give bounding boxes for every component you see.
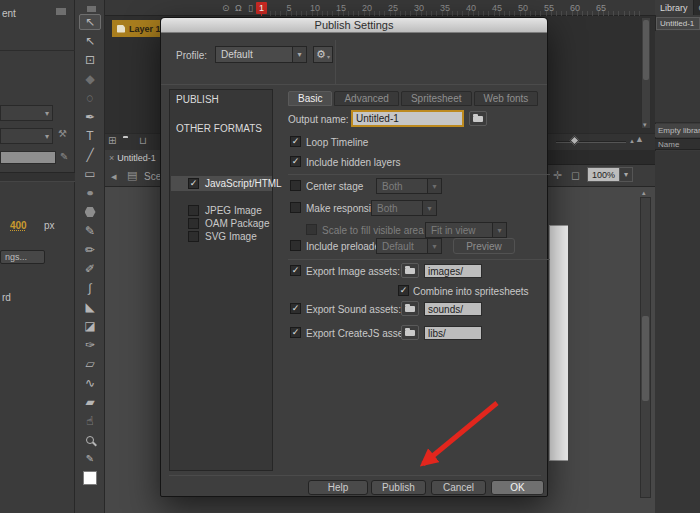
document-tab[interactable]: × Untitled-1 bbox=[105, 150, 163, 165]
pen-tool[interactable]: ✒ bbox=[79, 109, 101, 125]
frame-number[interactable]: 25 bbox=[380, 3, 406, 13]
oval-tool[interactable]: ● bbox=[79, 185, 101, 201]
output-name-input[interactable]: Untitled-1 bbox=[351, 110, 464, 127]
frame-number[interactable]: 15 bbox=[328, 3, 354, 13]
checkbox-checked[interactable]: ✓ bbox=[188, 178, 199, 189]
publish-button[interactable]: Publish bbox=[371, 480, 426, 495]
frame-number[interactable]: 40 bbox=[458, 3, 484, 13]
include-preloader-checkbox[interactable] bbox=[290, 240, 301, 251]
lock-layers-icon[interactable]: Ω bbox=[235, 4, 242, 13]
frame-number[interactable]: 50 bbox=[510, 3, 536, 13]
back-arrow-icon[interactable]: ◂ bbox=[111, 171, 117, 182]
combine-spritesheets-checkbox[interactable]: ✓ bbox=[398, 285, 409, 296]
zoom-level-dropdown[interactable]: 100% ▾ bbox=[587, 167, 633, 182]
delete-layer-icon[interactable]: ⊔ bbox=[139, 136, 147, 146]
export-image-checkbox[interactable]: ✓ bbox=[290, 265, 301, 276]
close-icon[interactable]: × bbox=[109, 153, 114, 163]
scrollbar-thumb[interactable] bbox=[643, 20, 649, 80]
frame-number[interactable]: 55 bbox=[536, 3, 562, 13]
createjs-folder-button[interactable] bbox=[401, 325, 419, 340]
frame-number[interactable]: 5 bbox=[276, 3, 302, 13]
scroll-up-icon[interactable]: ▴ bbox=[642, 189, 646, 196]
frame-number[interactable]: 45 bbox=[484, 3, 510, 13]
properties-dropdown-1[interactable]: ▾ bbox=[0, 105, 53, 121]
make-responsive-checkbox[interactable] bbox=[290, 202, 301, 213]
frame-number[interactable]: 10 bbox=[302, 3, 328, 13]
selection-tool[interactable]: ↖ bbox=[79, 14, 101, 30]
panel-menu-button[interactable] bbox=[87, 6, 96, 12]
properties-dropdown-2[interactable]: ▾ bbox=[0, 128, 53, 144]
export-createjs-checkbox[interactable]: ✓ bbox=[290, 327, 301, 338]
center-stage-checkbox[interactable] bbox=[290, 180, 301, 191]
timeline-zoom-slider[interactable] bbox=[556, 141, 626, 143]
profile-options-button[interactable]: ⚙ ▾ bbox=[313, 46, 333, 63]
layer-row[interactable]: Layer 1 bbox=[112, 20, 160, 37]
createjs-path-input[interactable]: libs/ bbox=[424, 326, 482, 340]
eraser-tool[interactable]: ▱ bbox=[79, 356, 101, 372]
tab-basic[interactable]: Basic bbox=[288, 91, 332, 106]
profile-dropdown[interactable]: Default ▾ bbox=[215, 46, 307, 63]
tab-web-fonts[interactable]: Web fonts bbox=[474, 91, 539, 106]
checkbox-unchecked[interactable] bbox=[188, 231, 199, 242]
format-javascript-html[interactable]: ✓ JavaScript/HTML bbox=[171, 176, 272, 191]
scrollbar-thumb[interactable] bbox=[642, 316, 649, 401]
scroll-down-icon[interactable]: ▾ bbox=[643, 121, 647, 128]
clip-content-icon[interactable]: ◻ bbox=[571, 170, 580, 181]
camera-tool[interactable]: ▰ bbox=[79, 394, 101, 410]
scale-fill-checkbox[interactable] bbox=[306, 224, 317, 235]
format-item[interactable]: OAM Package bbox=[171, 217, 272, 230]
format-item[interactable]: SVG Image bbox=[171, 230, 272, 243]
dialog-title[interactable]: Publish Settings bbox=[161, 18, 547, 33]
frame-number[interactable]: 65 bbox=[588, 3, 614, 13]
subselection-tool[interactable]: ↖ bbox=[79, 33, 101, 49]
brush-tool[interactable]: ✏ bbox=[79, 242, 101, 258]
scale-fill-dropdown[interactable]: Fit in view ▾ bbox=[425, 222, 507, 238]
eyedropper-tool[interactable]: ✑ bbox=[79, 337, 101, 353]
pencil-edit-icon[interactable]: ✎ bbox=[60, 151, 68, 162]
tab-spritesheet[interactable]: Spritesheet bbox=[401, 91, 472, 106]
tab-library[interactable]: Library bbox=[655, 0, 694, 15]
include-hidden-layers-checkbox[interactable]: ✓ bbox=[290, 156, 301, 167]
preview-button[interactable]: Preview bbox=[453, 238, 515, 254]
zoom-tool[interactable] bbox=[79, 432, 101, 448]
paint-bucket-tool[interactable]: ◣ bbox=[79, 299, 101, 315]
stroke-color-tool[interactable]: ✎ bbox=[79, 451, 101, 467]
library-name-header[interactable]: Name bbox=[655, 138, 700, 150]
gradient-transform-tool[interactable]: ◆ bbox=[79, 71, 101, 87]
polystar-tool[interactable] bbox=[79, 204, 101, 220]
outline-layers-icon[interactable]: ▯ bbox=[248, 4, 253, 13]
make-responsive-dropdown[interactable]: Both ▾ bbox=[371, 200, 437, 216]
center-stage-dropdown[interactable]: Both ▾ bbox=[376, 178, 442, 194]
paint-brush-tool[interactable]: ✐ bbox=[79, 261, 101, 277]
stage[interactable] bbox=[549, 225, 568, 461]
bone-tool[interactable]: ∫ bbox=[79, 280, 101, 296]
checkbox-unchecked[interactable] bbox=[188, 205, 199, 216]
properties-text-field[interactable] bbox=[0, 151, 56, 164]
wrench-icon[interactable]: ⚒ bbox=[58, 128, 67, 139]
new-layer-icon[interactable]: ⊞ bbox=[108, 136, 116, 146]
line-tool[interactable]: ╱ bbox=[79, 147, 101, 163]
preloader-dropdown[interactable]: Default ▾ bbox=[376, 238, 442, 254]
lasso-tool[interactable]: ◌ bbox=[79, 90, 101, 106]
image-path-input[interactable]: images/ bbox=[424, 264, 482, 278]
tab-cc-libraries[interactable]: CC bbox=[694, 0, 700, 15]
frame-number[interactable]: 35 bbox=[432, 3, 458, 13]
pencil-tool[interactable]: ✎ bbox=[79, 223, 101, 239]
frame-number[interactable]: 20 bbox=[354, 3, 380, 13]
frame-number[interactable]: 30 bbox=[406, 3, 432, 13]
stage-scrollbar[interactable] bbox=[640, 197, 651, 498]
ink-bottle-tool[interactable]: ◪ bbox=[79, 318, 101, 334]
checkbox-unchecked[interactable] bbox=[188, 218, 199, 229]
timeline-scrollbar[interactable] bbox=[641, 17, 651, 129]
width-tool[interactable]: ∿ bbox=[79, 375, 101, 391]
sound-path-input[interactable]: sounds/ bbox=[424, 302, 482, 316]
tab-advanced[interactable]: Advanced bbox=[334, 91, 398, 106]
stage-height-value[interactable]: 400 bbox=[10, 220, 27, 231]
format-item[interactable]: JPEG Image bbox=[171, 204, 272, 217]
sound-folder-button[interactable] bbox=[401, 301, 419, 316]
fill-color-swatch[interactable] bbox=[79, 470, 101, 486]
center-frame-icon[interactable]: ✛ bbox=[553, 170, 562, 181]
settings-button[interactable]: ngs... bbox=[0, 250, 45, 264]
image-folder-button[interactable] bbox=[401, 263, 419, 278]
help-button[interactable]: Help bbox=[308, 480, 368, 495]
